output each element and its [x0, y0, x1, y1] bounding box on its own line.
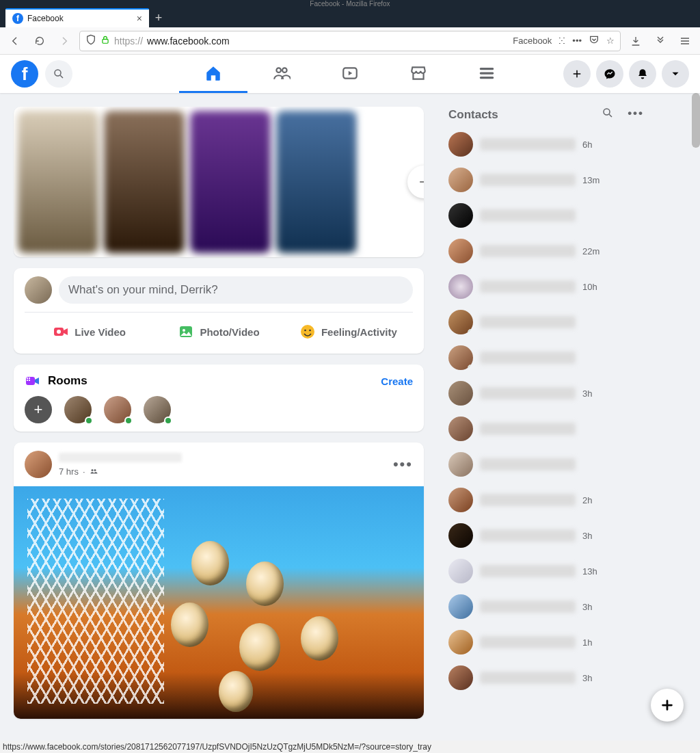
live-video-button[interactable]: Live Video — [25, 318, 154, 345]
contact-row[interactable]: 13m — [444, 162, 648, 198]
back-button[interactable] — [5, 31, 25, 51]
contact-row[interactable]: 13h — [444, 553, 648, 589]
contact-row[interactable]: 3h — [444, 518, 648, 553]
story-card[interactable] — [276, 111, 357, 253]
contact-row[interactable]: 10h — [444, 269, 648, 304]
shield-icon[interactable] — [85, 34, 96, 47]
pocket-icon[interactable] — [589, 34, 600, 47]
overflow-icon[interactable] — [651, 31, 670, 51]
svg-point-15 — [94, 469, 96, 471]
post-image[interactable] — [14, 486, 424, 719]
create-button[interactable] — [563, 60, 591, 88]
contact-row[interactable] — [444, 340, 648, 375]
post-more-button[interactable]: ••• — [393, 455, 413, 473]
rooms-title: Rooms — [48, 374, 88, 388]
nav-menu[interactable] — [453, 55, 521, 93]
url-protocol: https:// — [114, 36, 143, 47]
composer-input[interactable]: What's on your mind, Derrik? — [59, 276, 413, 304]
contact-name — [480, 672, 576, 684]
search-icon — [53, 68, 65, 80]
story-card[interactable] — [18, 111, 98, 253]
contact-row[interactable]: 3h — [444, 375, 648, 411]
room-contact[interactable] — [104, 396, 131, 423]
tab-title: Facebook — [27, 14, 64, 23]
close-tab-icon[interactable]: × — [137, 14, 142, 23]
contact-row[interactable] — [444, 304, 648, 340]
feeling-button[interactable]: Feeling/Activity — [284, 318, 413, 345]
story-card[interactable] — [104, 111, 185, 253]
post-author-name[interactable] — [59, 453, 182, 462]
new-tab-button[interactable]: + — [149, 8, 168, 27]
post-meta[interactable]: 7 hrs · — [59, 466, 386, 477]
contact-name — [480, 636, 576, 648]
reload-button[interactable] — [30, 31, 49, 51]
contacts-rail: Contacts ••• 6h13m22m10h3h2h3h13h3h1h3h — [444, 107, 656, 741]
contact-row[interactable] — [444, 447, 648, 482]
feeling-icon — [299, 323, 316, 340]
search-button[interactable] — [45, 60, 72, 88]
fb-logo[interactable]: f — [11, 60, 38, 88]
bell-icon — [636, 68, 649, 80]
contact-activity-time: 3h — [582, 388, 592, 399]
svg-point-8 — [183, 329, 185, 332]
contact-name — [480, 529, 576, 542]
plus-icon — [571, 68, 583, 80]
notifications-button[interactable] — [629, 60, 656, 88]
room-contact[interactable] — [144, 396, 171, 423]
online-dot-icon — [468, 365, 473, 370]
contact-row[interactable]: 3h — [444, 660, 648, 696]
search-icon — [602, 107, 614, 119]
nav-home[interactable] — [179, 55, 247, 93]
messenger-icon — [604, 68, 616, 80]
contact-activity-time: 6h — [582, 140, 592, 150]
stories-tray[interactable] — [14, 107, 424, 257]
photo-video-button[interactable]: Photo/Video — [154, 318, 283, 345]
contact-row[interactable] — [444, 411, 648, 447]
rooms-create-link[interactable]: Create — [381, 375, 413, 387]
contact-name — [480, 494, 576, 506]
account-button[interactable] — [662, 60, 689, 88]
contact-avatar — [448, 488, 473, 512]
contact-activity-time: 22m — [582, 246, 600, 256]
url-bar[interactable]: https://www.facebook.com Facebook ⵘ ••• … — [79, 31, 621, 51]
contact-row[interactable]: 1h — [444, 624, 648, 660]
downloads-icon[interactable] — [626, 31, 645, 51]
messenger-button[interactable] — [596, 60, 623, 88]
contact-avatar — [448, 594, 473, 619]
svg-point-14 — [91, 469, 93, 471]
room-contact[interactable] — [64, 396, 92, 423]
story-card[interactable] — [190, 111, 271, 253]
create-room-button[interactable]: + — [25, 396, 52, 423]
post-author-avatar[interactable] — [25, 451, 52, 478]
contact-name — [480, 600, 576, 613]
contact-activity-time: 13m — [582, 175, 600, 185]
browser-toolbar: https://www.facebook.com Facebook ⵘ ••• … — [0, 27, 700, 55]
page-actions-icon[interactable]: ••• — [572, 36, 582, 46]
contact-avatar — [448, 168, 473, 192]
contacts-search-button[interactable] — [602, 107, 614, 122]
new-message-button[interactable] — [651, 689, 684, 722]
contacts-options-button[interactable]: ••• — [628, 107, 644, 122]
permissions-icon[interactable]: ⵘ — [558, 36, 565, 46]
contact-row[interactable]: 6h — [444, 127, 648, 162]
contact-row[interactable]: 22m — [444, 233, 648, 269]
online-dot-icon — [124, 417, 133, 425]
contact-activity-time: 13h — [582, 566, 597, 577]
bookmark-star-icon[interactable]: ☆ — [606, 36, 615, 46]
contact-row[interactable]: 3h — [444, 589, 648, 624]
forward-button[interactable] — [55, 31, 74, 51]
fb-body: What's on your mind, Derrik? Live Video … — [0, 93, 700, 741]
story-cards — [14, 107, 424, 257]
contact-row[interactable] — [444, 198, 648, 233]
browser-tab[interactable]: f Facebook × — [5, 8, 149, 27]
user-avatar[interactable] — [25, 276, 52, 304]
fb-header: f — [0, 55, 700, 93]
svg-rect-0 — [103, 39, 108, 43]
app-menu-icon[interactable] — [675, 31, 695, 51]
lock-icon[interactable] — [100, 35, 110, 47]
contact-avatar — [448, 559, 473, 583]
nav-watch[interactable] — [316, 55, 384, 93]
nav-friends[interactable] — [247, 55, 316, 93]
nav-marketplace[interactable] — [384, 55, 453, 93]
contact-row[interactable]: 2h — [444, 482, 648, 518]
